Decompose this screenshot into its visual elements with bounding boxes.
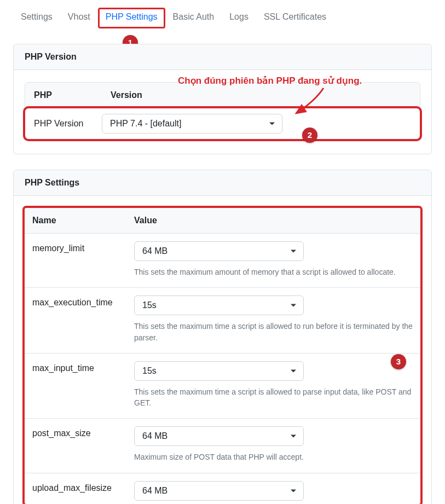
php-version-panel: PHP Version Chọn đúng phiên bản PHP đang… <box>13 44 432 154</box>
tab-settings[interactable]: Settings <box>13 8 60 28</box>
tab-basic-auth[interactable]: Basic Auth <box>165 8 222 28</box>
setting-name-upload-max-filesize: upload_max_filesize <box>25 481 126 501</box>
upload-max-filesize-select[interactable]: 64 MB <box>134 481 304 501</box>
max-execution-time-help: This sets the maximum time a script is a… <box>134 321 413 343</box>
table-row: post_max_size 64 MB Maximum size of POST… <box>25 419 420 473</box>
tab-ssl-certificates[interactable]: SSL Certificates <box>256 8 334 28</box>
setting-name-max-input-time: max_input_time <box>25 361 126 409</box>
php-version-table: PHP Version PHP Version PHP 7.4 - [defau… <box>25 82 420 140</box>
php-version-panel-title: PHP Version <box>14 44 431 70</box>
setting-name-post-max-size: post_max_size <box>25 426 126 462</box>
tab-vhost[interactable]: Vhost <box>60 8 98 28</box>
col-header-name: Name <box>25 208 126 233</box>
php-version-select[interactable]: PHP 7.4 - [default] <box>102 114 282 134</box>
post-max-size-select[interactable]: 64 MB <box>134 426 304 446</box>
tab-logs[interactable]: Logs <box>222 8 256 28</box>
max-execution-time-select[interactable]: 15s <box>134 296 304 315</box>
table-row: max_execution_time 15s This sets the max… <box>25 288 420 354</box>
setting-name-memory-limit: memory_limit <box>25 241 126 277</box>
php-version-label: PHP Version <box>28 119 102 129</box>
tabs-bar: Settings Vhost PHP Settings Basic Auth L… <box>0 0 445 28</box>
table-row: max_input_time 15s This sets the maximum… <box>25 354 420 419</box>
col-header-version: Version <box>102 83 420 108</box>
col-header-value: Value <box>126 208 420 233</box>
tab-php-settings[interactable]: PHP Settings <box>98 8 165 28</box>
php-settings-panel: PHP Settings Name Value memory_limit 64 … <box>13 170 432 504</box>
col-header-php: PHP <box>25 83 102 108</box>
php-settings-panel-title: PHP Settings <box>14 170 431 196</box>
setting-name-max-execution-time: max_execution_time <box>25 296 126 343</box>
php-version-row: PHP Version PHP 7.4 - [default] <box>25 108 420 139</box>
post-max-size-help: Maximum size of POST data that PHP will … <box>134 451 413 462</box>
memory-limit-select[interactable]: 64 MB <box>134 241 304 261</box>
max-input-time-select[interactable]: 15s <box>134 361 304 381</box>
memory-limit-help: This sets the maximum amount of memory t… <box>134 267 413 277</box>
max-input-time-help: This sets the maximum time a script is a… <box>134 386 413 409</box>
table-row: upload_max_filesize 64 MB <box>25 473 420 502</box>
php-settings-table: Name Value memory_limit 64 MB This sets … <box>25 208 420 504</box>
table-row: memory_limit 64 MB This sets the maximum… <box>25 234 420 288</box>
